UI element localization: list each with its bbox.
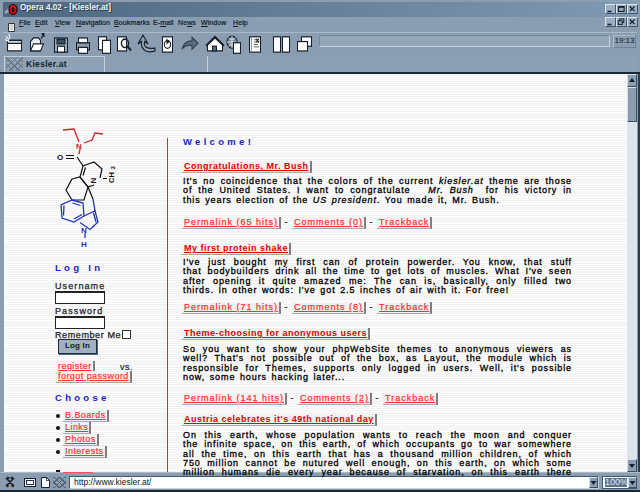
- svg-text:O: O: [57, 153, 63, 162]
- svg-text:N: N: [89, 178, 98, 184]
- svg-text:H: H: [81, 240, 87, 249]
- svg-text:N: N: [81, 226, 87, 235]
- svg-text:N: N: [76, 142, 82, 151]
- svg-text:CH: CH: [107, 172, 116, 183]
- svg-text:3: 3: [110, 166, 116, 170]
